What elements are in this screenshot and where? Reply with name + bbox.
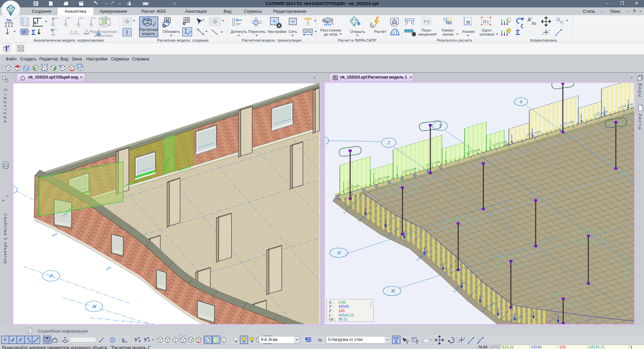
svg-text:Z :: Z :: [329, 309, 333, 313]
svg-text:7833: 7833: [105, 266, 112, 271]
svg-text:Y :: Y :: [329, 304, 333, 308]
svg-text:модель: модель: [142, 32, 155, 36]
svg-text:0.00: 0.00: [338, 300, 345, 304]
svg-text:Усилия: Усилия: [462, 30, 475, 34]
svg-text:5.Нагрузка от стен: 5.Нагрузка от стен: [328, 337, 363, 342]
svg-text:42540: 42540: [338, 304, 349, 308]
svg-text:Ж: Ж: [390, 288, 395, 294]
svg-text:Сеть: Сеть: [288, 30, 297, 34]
svg-text:42543.21: 42543.21: [338, 313, 354, 317]
svg-text:Одно-: Одно-: [482, 28, 492, 32]
svg-text:Дотянуть: Дотянуть: [231, 30, 247, 34]
svg-text:Расчёт: Расчёт: [374, 30, 387, 34]
svg-text:Редактируемая: Редактируемая: [90, 30, 117, 34]
svg-text:Rx: Rx: [483, 19, 489, 24]
svg-text:89.31: 89.31: [338, 317, 348, 321]
svg-text:Пере-: Пере-: [421, 28, 432, 32]
svg-text:Σ: Σ: [31, 28, 36, 37]
svg-text:2: 2: [387, 140, 390, 145]
svg-text:Ж: Ж: [92, 304, 97, 309]
svg-text:C₁C₂: C₁C₂: [70, 30, 79, 35]
svg-text:X :: X :: [329, 300, 333, 304]
svg-text:жения: жения: [442, 32, 453, 36]
svg-text:узловые: узловые: [480, 32, 495, 36]
svg-text:7833: 7833: [51, 232, 58, 238]
svg-text:Открыть: Открыть: [350, 30, 365, 34]
svg-text:N: N: [467, 19, 470, 25]
svg-text:Расчетная: Расчетная: [139, 28, 158, 32]
svg-text:Обновить: Обновить: [163, 30, 180, 34]
svg-text:X: X: [139, 339, 141, 343]
svg-text:L :: L :: [329, 313, 333, 317]
svg-text:И: И: [337, 250, 341, 255]
svg-text:Расстояние: Расстояние: [320, 28, 341, 32]
svg-text:FX: FX: [423, 19, 430, 24]
svg-text:№: №: [318, 338, 322, 342]
svg-text:Ux :: Ux :: [329, 317, 336, 321]
svg-text:Пересечь: Пересечь: [248, 30, 265, 34]
svg-text:Σ: Σ: [516, 28, 520, 37]
svg-text:аналитика: аналитика: [94, 34, 113, 38]
svg-text:И: И: [49, 273, 53, 279]
svg-text:100: 100: [338, 309, 344, 313]
svg-text:Напря-: Напря-: [442, 28, 454, 32]
svg-text:Y: Y: [148, 339, 150, 343]
svg-text:Настройки: Настройки: [268, 30, 286, 34]
svg-text:Nx: Nx: [446, 20, 452, 25]
svg-text:4: 4: [520, 99, 522, 104]
svg-text:9-й Этаж: 9-й Этаж: [261, 337, 277, 342]
svg-text:Δ: Δ: [528, 16, 531, 22]
svg-text:до опор: до опор: [324, 32, 338, 36]
svg-text:мещения: мещения: [418, 32, 435, 36]
svg-text:hs: hs: [532, 21, 536, 26]
